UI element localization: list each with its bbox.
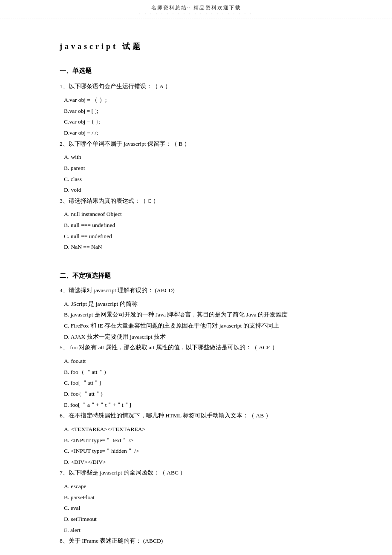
question-6: 6、在不指定特殊属性的情况下，哪几种 HTML 标签可以手动输入文本：（ AB …: [60, 410, 349, 421]
q5-option-c: C. foo[ ＂att＂]: [64, 377, 349, 388]
q2-option-c: C. class: [64, 174, 349, 185]
q4-option-c: C. FireFox 和 IE 存在大量兼容性问题的主要原因在于他们对 java…: [64, 320, 349, 331]
q2-option-d: D. void: [64, 184, 349, 196]
question-4: 4、请选择对 javascript 理解有误的： (ABCD): [60, 285, 349, 296]
header-title: 名师资料总结·· 精品资料欢迎下载: [0, 4, 392, 12]
header-dots: · · · · · · · · · · · · · · · · · · · · …: [0, 12, 392, 16]
q7-option-e: E. alert: [64, 525, 349, 536]
q7-option-a: A. escape: [64, 481, 349, 492]
question-7: 7、以下哪些是 javascript 的全局函数：（ ABC ）: [60, 467, 349, 478]
q4-option-b: B. javascript 是网景公司开发的一种 Java 脚本语言，其目的是为…: [64, 309, 349, 320]
question-5: 5、 foo 对象有 att 属性，那么获取 att 属性的值，以下哪些做法是可…: [60, 342, 349, 353]
q5-option-e: E. foo[ ＂a＂+＂t＂+＂t＂]: [64, 400, 349, 411]
question-3: 3、请选择结果为真的表达式：（ C ）: [60, 196, 349, 207]
question-8: 8、关于 IFrame 表述正确的有： (ABCD): [60, 535, 349, 546]
q4-option-d: D. AJAX 技术一定要使用 javascript 技术: [64, 331, 349, 342]
q1-option-c: C.var obj = { };: [64, 116, 349, 127]
q4-option-a: A. JScript 是 javascript 的简称: [64, 299, 349, 310]
page-header: 名师资料总结·· 精品资料欢迎下载 · · · · · · · · · · · …: [0, 0, 392, 18]
q3-option-b: B. null === undefined: [64, 220, 349, 231]
q2-option-a: A. with: [64, 152, 349, 163]
q6-option-b: B. <INPUT type=＂ text＂ />: [64, 435, 349, 446]
q7-option-b: B. parseFloat: [64, 492, 349, 503]
section2-title: 二、不定项选择题: [60, 270, 349, 282]
question-2: 2、以下哪个单词不属于 javascript 保留字：（ B ）: [60, 138, 349, 150]
q6-option-d: D. <DIV></DIV>: [64, 457, 349, 468]
q3-option-d: D. NaN == NaN: [64, 242, 349, 253]
q5-option-b: B. foo（ ＂att＂）: [64, 367, 349, 378]
q7-option-d: D. setTimeout: [64, 514, 349, 525]
q3-option-a: A. null instanceof Object: [64, 209, 349, 220]
q6-option-a: A. <TEXTAREA></TEXTAREA>: [64, 424, 349, 435]
question-1: 1、以下哪条语句会产生运行错误：（ A ）: [60, 81, 349, 92]
section1-title: 一、单选题: [60, 65, 349, 77]
main-content: javascript 试题 一、单选题 1、以下哪条语句会产生运行错误：（ A …: [0, 18, 392, 555]
q2-option-b: B. parent: [64, 163, 349, 174]
q6-option-c: C. <INPUT type=＂hidden＂ />: [64, 446, 349, 457]
q1-option-d: D.var obj = / /;: [64, 127, 349, 138]
q3-option-c: C. null == undefined: [64, 231, 349, 242]
q5-option-a: A. foo.att: [64, 356, 349, 367]
q1-option-a: A.var obj = （ ）;: [64, 95, 349, 106]
doc-title: javascript 试题: [60, 40, 349, 53]
q1-option-b: B.var obj = [ ];: [64, 106, 349, 117]
q7-option-c: C. eval: [64, 503, 349, 514]
q5-option-d: D. foo{ ＂att＂}: [64, 388, 349, 400]
